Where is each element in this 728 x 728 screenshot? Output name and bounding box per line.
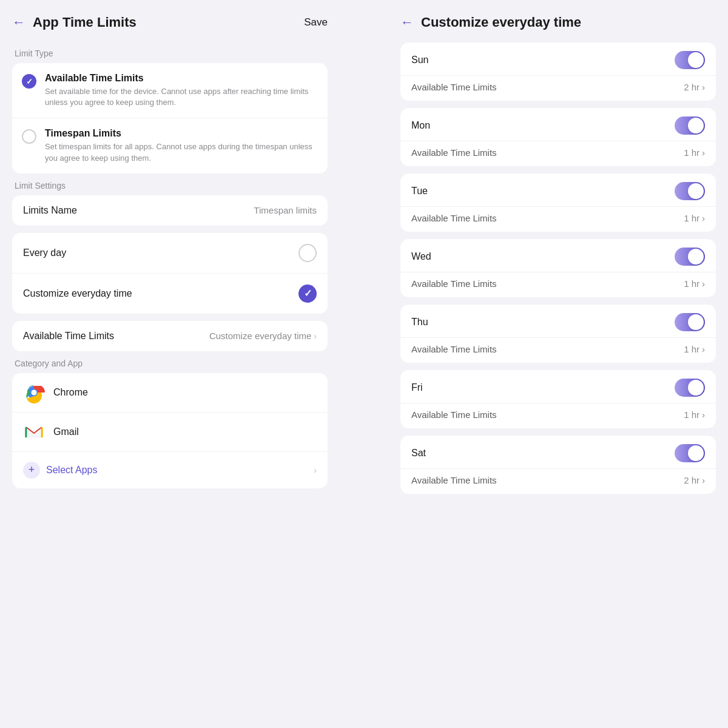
- day-toggle-mon[interactable]: [675, 116, 705, 135]
- day-chevron-tue-icon: ›: [702, 213, 705, 223]
- day-value-thu: 1 hr ›: [684, 344, 705, 354]
- day-toggle-thu[interactable]: [675, 313, 705, 331]
- timespan-text: Timespan Limits Set timespan limits for …: [45, 128, 318, 163]
- day-header-sat: Sat: [400, 436, 716, 468]
- limit-settings-section-label: Limit Settings: [15, 181, 328, 190]
- day-available-label-sun: Available Time Limits: [411, 82, 497, 92]
- day-name-tue: Tue: [411, 186, 428, 197]
- limit-type-section-label: Limit Type: [15, 49, 328, 58]
- day-chevron-sat-icon: ›: [702, 475, 705, 485]
- day-name-fri: Fri: [411, 382, 423, 393]
- day-sublabel-sat[interactable]: Available Time Limits 2 hr ›: [400, 468, 716, 494]
- day-toggle-tue[interactable]: [675, 182, 705, 200]
- day-card-sat: Sat Available Time Limits 2 hr ›: [400, 436, 716, 494]
- day-available-label-tue: Available Time Limits: [411, 213, 497, 223]
- customize-everyday-check[interactable]: ✓: [298, 285, 317, 303]
- chrome-icon: [23, 382, 45, 403]
- available-time-radio[interactable]: [22, 74, 36, 89]
- day-toggle-wed[interactable]: [675, 248, 705, 266]
- day-chevron-thu-icon: ›: [702, 344, 705, 354]
- select-apps-row[interactable]: + Select Apps ›: [12, 451, 328, 488]
- day-toggle-sat[interactable]: [675, 444, 705, 462]
- day-name-wed: Wed: [411, 251, 431, 262]
- chrome-app-name: Chrome: [53, 387, 88, 398]
- limit-type-card: Available Time Limits Set available time…: [12, 63, 328, 174]
- day-chevron-wed-icon: ›: [702, 278, 705, 289]
- day-value-mon: 1 hr ›: [684, 147, 705, 158]
- available-time-row-value: Customize everyday time ›: [209, 331, 317, 341]
- timespan-desc: Set timespan limits for all apps. Cannot…: [45, 141, 318, 163]
- every-day-row[interactable]: Every day: [12, 233, 328, 273]
- right-header: ← Customize everyday time: [400, 0, 716, 42]
- day-available-label-thu: Available Time Limits: [411, 344, 497, 354]
- day-cards-container: Sun Available Time Limits 2 hr › Mon Ava…: [400, 42, 716, 494]
- gmail-app-name: Gmail: [53, 426, 79, 437]
- available-time-title: Available Time Limits: [45, 73, 318, 84]
- save-button[interactable]: Save: [304, 16, 328, 29]
- day-sublabel-fri[interactable]: Available Time Limits 1 hr ›: [400, 403, 716, 428]
- timespan-radio[interactable]: [22, 129, 36, 144]
- category-app-card: Chrome Gmail + Select Ap: [12, 373, 328, 488]
- day-value-wed: 1 hr ›: [684, 278, 705, 289]
- left-header: ← App Time Limits Save: [12, 0, 328, 42]
- day-toggle-fri[interactable]: [675, 379, 705, 397]
- day-header-fri: Fri: [400, 370, 716, 403]
- available-time-row-label: Available Time Limits: [23, 331, 114, 342]
- day-card-tue: Tue Available Time Limits 1 hr ›: [400, 174, 716, 232]
- day-available-label-wed: Available Time Limits: [411, 278, 497, 289]
- day-toggle-sun[interactable]: [675, 51, 705, 69]
- day-name-sun: Sun: [411, 55, 428, 66]
- chrome-app-row[interactable]: Chrome: [12, 373, 328, 412]
- day-header-tue: Tue: [400, 174, 716, 206]
- available-time-limits-option[interactable]: Available Time Limits Set available time…: [12, 63, 328, 118]
- day-name-sat: Sat: [411, 448, 426, 459]
- gmail-icon: [23, 421, 45, 443]
- category-app-section-label: Category and App: [15, 359, 328, 368]
- day-header-thu: Thu: [400, 305, 716, 337]
- day-name-thu: Thu: [411, 317, 428, 328]
- day-card-thu: Thu Available Time Limits 1 hr ›: [400, 305, 716, 363]
- every-day-label: Every day: [23, 248, 66, 258]
- limits-name-value: Timespan limits: [254, 205, 317, 215]
- day-chevron-sun-icon: ›: [702, 82, 705, 92]
- day-card-sun: Sun Available Time Limits 2 hr ›: [400, 42, 716, 101]
- day-chevron-mon-icon: ›: [702, 147, 705, 158]
- right-page-title: Customize everyday time: [421, 15, 581, 30]
- day-card-mon: Mon Available Time Limits 1 hr ›: [400, 108, 716, 166]
- chevron-icon: ›: [314, 331, 317, 341]
- day-available-label-mon: Available Time Limits: [411, 147, 497, 158]
- day-value-tue: 1 hr ›: [684, 213, 705, 223]
- available-time-text: Available Time Limits Set available time…: [45, 73, 318, 108]
- every-day-toggle[interactable]: [298, 244, 317, 262]
- timespan-limits-option[interactable]: Timespan Limits Set timespan limits for …: [12, 118, 328, 173]
- day-card-fri: Fri Available Time Limits 1 hr ›: [400, 370, 716, 428]
- left-page-title: App Time Limits: [33, 15, 136, 30]
- timespan-title: Timespan Limits: [45, 128, 318, 139]
- svg-point-2: [32, 389, 37, 395]
- select-apps-chevron-icon: ›: [314, 465, 317, 475]
- day-sublabel-thu[interactable]: Available Time Limits 1 hr ›: [400, 337, 716, 363]
- day-sublabel-sun[interactable]: Available Time Limits 2 hr ›: [400, 75, 716, 101]
- day-header-sun: Sun: [400, 42, 716, 75]
- day-value-fri: 1 hr ›: [684, 410, 705, 420]
- day-sublabel-tue[interactable]: Available Time Limits 1 hr ›: [400, 206, 716, 232]
- day-available-label-sat: Available Time Limits: [411, 475, 497, 485]
- gmail-app-row[interactable]: Gmail: [12, 412, 328, 451]
- day-available-label-fri: Available Time Limits: [411, 410, 497, 420]
- limits-name-label: Limits Name: [23, 205, 77, 216]
- limits-name-row[interactable]: Limits Name Timespan limits: [12, 195, 328, 226]
- right-panel: ← Customize everyday time Sun Available …: [388, 0, 728, 728]
- customize-everyday-row[interactable]: Customize everyday time ✓: [12, 273, 328, 314]
- day-value-sun: 2 hr ›: [684, 82, 705, 92]
- day-sublabel-mon[interactable]: Available Time Limits 1 hr ›: [400, 141, 716, 166]
- day-chevron-fri-icon: ›: [702, 410, 705, 420]
- customize-everyday-label: Customize everyday time: [23, 288, 132, 299]
- day-sublabel-wed[interactable]: Available Time Limits 1 hr ›: [400, 272, 716, 297]
- available-time-desc: Set available time for the device. Canno…: [45, 86, 318, 108]
- left-back-button[interactable]: ←: [12, 15, 25, 30]
- available-time-limits-card: Available Time Limits Customize everyday…: [12, 321, 328, 351]
- available-time-row[interactable]: Available Time Limits Customize everyday…: [12, 321, 328, 351]
- day-header-wed: Wed: [400, 239, 716, 272]
- right-back-button[interactable]: ←: [400, 15, 414, 30]
- plus-icon: +: [23, 462, 40, 479]
